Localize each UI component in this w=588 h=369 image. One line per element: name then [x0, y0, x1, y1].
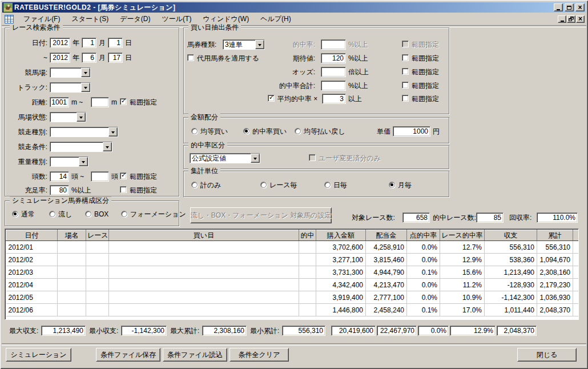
menu-item[interactable]: データ(D)	[115, 14, 155, 25]
radio-per-month[interactable]: 月毎	[389, 182, 412, 189]
hit-rate-class-panel: 的中率区分 公式設定値 ユーザ変更済分のみ	[183, 145, 449, 169]
weight-dropdown-button[interactable]	[79, 157, 88, 166]
fill-rate-input[interactable]: 80	[50, 185, 69, 195]
radio-per-race[interactable]: レース毎	[260, 182, 297, 189]
radio-equal-payout[interactable]: 均等払い戻し	[295, 128, 345, 135]
date-to-year-input[interactable]: 2012	[50, 53, 70, 63]
hit-sum-range-checkbox[interactable]: 範囲指定	[402, 82, 439, 90]
minimize-button[interactable]	[554, 3, 563, 11]
fill-range-checkbox[interactable]: 範囲指定	[120, 186, 157, 194]
radio-hit-rate-buy[interactable]: 的中率買い	[243, 128, 287, 135]
expect-range-checkbox[interactable]: 範囲指定	[402, 54, 439, 62]
column-header[interactable]: 日付	[6, 230, 58, 241]
column-header[interactable]: 配当金	[366, 230, 407, 241]
menu-item[interactable]: スタート(S)	[66, 14, 114, 25]
column-header[interactable]: 点的中率	[407, 230, 440, 241]
hit-races-field: 85	[476, 212, 504, 223]
date-to-day-input[interactable]: 17	[108, 53, 123, 63]
surface-dropdown-button[interactable]	[76, 113, 86, 122]
mdi-minimize-button[interactable]	[558, 15, 566, 23]
maximize-button[interactable]	[565, 3, 574, 11]
heads-range-checkbox[interactable]: 範囲指定	[120, 173, 157, 181]
avg-hit-input[interactable]: 3	[322, 94, 346, 104]
mdi-close-button[interactable]	[576, 15, 585, 23]
hit-sum-input[interactable]	[321, 81, 346, 91]
race-type-select[interactable]	[50, 127, 118, 137]
close-button[interactable]	[575, 3, 585, 11]
save-conditions-button[interactable]: 条件ファイル保存	[96, 348, 160, 362]
date-to-month-input[interactable]: 6	[82, 53, 96, 63]
odds-range-checkbox[interactable]: 範囲指定	[402, 68, 439, 76]
mdi-restore-button[interactable]	[567, 15, 575, 23]
odds-input[interactable]	[321, 67, 346, 77]
table-row[interactable]: 2012/061,446,8002,458,2400.1%17.0%1,011,…	[6, 304, 579, 316]
target-horses-button: 流し・BOX・フォーメーション 対象馬の設定	[190, 207, 332, 223]
column-header[interactable]: 的中	[299, 230, 316, 241]
menu-item[interactable]: ヘルプ(H)	[255, 14, 296, 25]
menu-item[interactable]: ツール(T)	[157, 14, 197, 25]
radio-per-day[interactable]: 日毎	[324, 182, 347, 189]
weight-select[interactable]	[50, 157, 88, 167]
column-header[interactable]: 累計	[537, 230, 573, 241]
checkbox-label: 範囲指定	[412, 82, 439, 90]
table-row[interactable]: 2012/013,702,6004,258,9100.0%12.7%556,31…	[6, 241, 579, 254]
year-unit-label: 年	[73, 37, 79, 49]
close-dialog-button[interactable]: 閉じる	[517, 348, 577, 362]
chevron-down-icon	[82, 161, 85, 165]
load-conditions-button[interactable]: 条件ファイル読込	[163, 348, 227, 362]
column-header[interactable]: 買い目	[109, 230, 299, 241]
unit-price-input[interactable]: 1000	[393, 126, 430, 137]
distance-range-checkbox[interactable]: 範囲指定	[120, 98, 157, 106]
radio-normal[interactable]: 通常	[12, 211, 35, 218]
surface-select[interactable]	[50, 112, 86, 122]
table-cell	[109, 266, 299, 279]
bet-extract-panel: 買い目抽出条件 馬券種類: 3連単 的中率: %以上 範囲指定 代用馬券を適用す…	[183, 27, 449, 114]
avg-hit-range-checkbox[interactable]: 範囲指定	[402, 95, 439, 103]
bet-extract-legend: 買い目抽出条件	[188, 23, 241, 32]
checkbox-label: 範囲指定	[130, 98, 157, 106]
table-cell	[573, 254, 579, 266]
menu-item[interactable]: ファイル(F)	[18, 14, 65, 25]
table-cell	[58, 304, 86, 316]
column-header[interactable]: 収支	[485, 230, 537, 241]
date-from-year-input[interactable]: 2012	[50, 38, 70, 48]
column-header[interactable]: 場名	[58, 230, 86, 241]
radio-total-only[interactable]: 計のみ	[191, 182, 221, 189]
radio-formation[interactable]: フォーメーション	[121, 211, 186, 218]
course-dropdown-button[interactable]	[81, 68, 90, 77]
table-row[interactable]: 2012/053,919,4002,777,1000.0%10.9%-1,142…	[6, 291, 579, 304]
track-dropdown-button[interactable]	[81, 83, 90, 92]
avg-hit-checkbox[interactable]: 平均的中率 ×	[268, 95, 317, 103]
column-header[interactable]: レース	[86, 230, 109, 241]
distance-from-input[interactable]: 1001	[50, 97, 69, 107]
expect-input[interactable]: 120	[321, 53, 346, 63]
month-unit-label: 月	[99, 37, 106, 49]
table-cell: 4,258,910	[366, 241, 407, 254]
track-select[interactable]	[50, 82, 91, 93]
column-header[interactable]: 購入金額	[316, 230, 366, 241]
menu-item[interactable]: ウィンドウ(W)	[198, 14, 254, 25]
course-select[interactable]	[50, 67, 91, 78]
table-row[interactable]: 2012/023,277,1003,815,4600.0%12.9%538,36…	[6, 254, 579, 266]
radio-equal-buy[interactable]: 均等買い	[191, 128, 228, 135]
heads-to-input[interactable]	[91, 171, 109, 182]
race-type-dropdown-button[interactable]	[108, 127, 118, 137]
substitute-checkbox[interactable]: 代用馬券を適用する	[187, 54, 259, 62]
hit-rate-class-dropdown-button[interactable]	[251, 154, 260, 163]
date-from-day-input[interactable]: 1	[108, 38, 123, 48]
radio-nagashi[interactable]: 流し	[49, 211, 72, 218]
race-cond-dropdown-button[interactable]	[103, 142, 112, 151]
distance-to-input[interactable]	[91, 97, 109, 107]
table-cell	[573, 266, 579, 279]
radio-box[interactable]: BOX	[85, 211, 108, 218]
column-header[interactable]: レース的中率	[440, 230, 485, 241]
clear-conditions-button[interactable]: 条件全クリア	[229, 348, 289, 362]
table-row[interactable]: 2012/044,342,4004,213,4700.0%11.2%-128,9…	[6, 279, 579, 291]
race-cond-select[interactable]	[50, 142, 112, 152]
hit-sum-label: 的中率合計:	[255, 80, 315, 91]
heads-from-input[interactable]: 14	[50, 171, 69, 182]
simulate-button[interactable]: シミュレーション	[6, 348, 71, 362]
table-row[interactable]: 2012/033,731,3004,944,7900.1%15.6%1,213,…	[6, 266, 579, 279]
hit-rate-class-select[interactable]: 公式設定値	[190, 153, 260, 163]
date-from-month-input[interactable]: 1	[82, 38, 96, 48]
